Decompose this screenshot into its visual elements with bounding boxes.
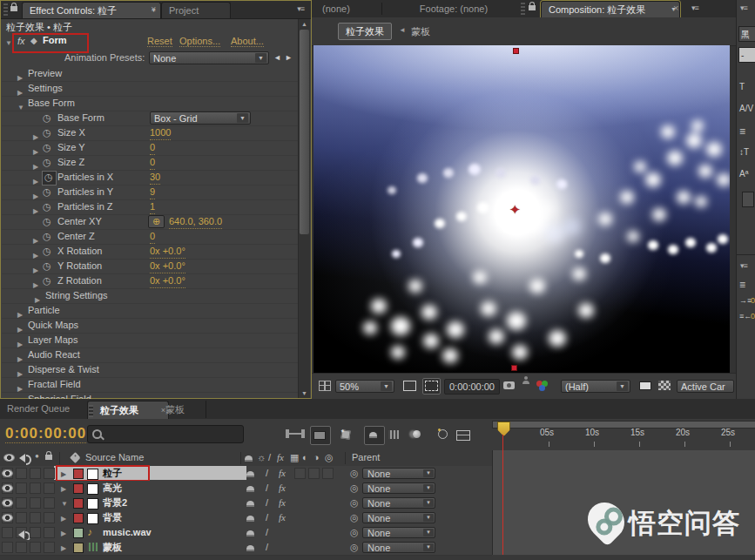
audio-column-icon[interactable] <box>19 454 25 462</box>
crosshair-icon[interactable]: ⊕ <box>148 215 165 228</box>
layer-name[interactable]: 背景2 <box>103 496 127 510</box>
stopwatch-icon[interactable]: ◷ <box>43 185 51 199</box>
parent-pickwhip-icon[interactable]: ◎ <box>350 527 359 538</box>
stopwatch-icon[interactable]: ◷ <box>43 125 51 140</box>
adjustment-header-icon[interactable]: ◑ <box>313 450 320 465</box>
fx-badge-icon[interactable]: fx <box>17 36 25 46</box>
char-panel-button[interactable] <box>742 192 754 207</box>
current-time-line[interactable] <box>502 450 503 555</box>
layer-visibility-icon[interactable] <box>2 469 13 477</box>
font-style-button[interactable]: - <box>738 47 755 63</box>
layer-shy-icon[interactable] <box>246 471 254 477</box>
draft-3d-icon[interactable] <box>338 426 357 443</box>
layer-anchor-point[interactable]: ✦ <box>509 202 521 218</box>
prop-value[interactable]: 0 <box>150 230 155 244</box>
switch-cell[interactable] <box>322 468 334 479</box>
composition-view[interactable]: ✦ <box>313 45 730 373</box>
layer-row-particle[interactable]: ▶ 粒子 / fx ◎ None ▼ <box>0 466 492 482</box>
lock-cell[interactable] <box>44 497 55 509</box>
solo-cell[interactable] <box>30 512 41 523</box>
magnification-dropdown[interactable]: 50% ▼ <box>335 380 394 393</box>
resolution-dropdown[interactable]: (Half) ▼ <box>561 380 630 393</box>
audio-cell[interactable] <box>16 542 27 553</box>
solo-cell[interactable] <box>30 527 41 538</box>
channel-rgb-icon[interactable] <box>536 381 550 393</box>
frame-blend-header-icon[interactable]: ▦ <box>290 450 299 465</box>
parent-header[interactable]: Parent <box>352 452 380 462</box>
prop-value[interactable]: 0x +0.0° <box>150 245 185 259</box>
search-input[interactable] <box>87 425 244 443</box>
layer-name[interactable]: 背景 <box>103 510 122 525</box>
prop-value[interactable]: 640.0, 360.0 <box>169 215 222 229</box>
frame-blend-icon[interactable] <box>388 426 408 443</box>
target-region-icon[interactable] <box>639 381 651 390</box>
layer-name[interactable]: 高光 <box>103 481 122 496</box>
shy-header-icon[interactable] <box>245 455 253 462</box>
group-row-quick-maps[interactable]: ▶ Quick Maps <box>2 318 299 334</box>
panel-grip-icon[interactable] <box>521 3 525 15</box>
prop-value[interactable]: 0x +0.0° <box>150 274 185 288</box>
group-row-disperse-twist[interactable]: ▶ Disperse & Twist <box>2 362 299 378</box>
parent-pickwhip-icon[interactable]: ◎ <box>350 468 359 479</box>
parent-dropdown[interactable]: None ▼ <box>362 482 435 494</box>
kerning-icon[interactable]: A/V <box>739 104 753 113</box>
panel-menu-icon[interactable]: ▾≡ <box>691 3 698 12</box>
layer-handle-top[interactable] <box>513 48 519 54</box>
line-height-icon[interactable]: ↕T <box>739 147 749 157</box>
layer-name[interactable]: music.wav <box>103 525 152 540</box>
base-form-dropdown[interactable]: Box - Grid ▼ <box>150 111 251 125</box>
audio-cell[interactable] <box>16 468 27 479</box>
video-cell[interactable] <box>2 542 13 553</box>
tab-render-queue[interactable]: Render Queue <box>7 403 70 414</box>
switch-cell[interactable] <box>294 468 306 479</box>
tab-project[interactable]: Project <box>161 2 231 18</box>
layer-fx-icon[interactable]: fx <box>279 510 286 525</box>
prop-value[interactable]: 9 <box>150 186 155 199</box>
layer-quality-icon[interactable]: / <box>266 481 268 496</box>
lock-cell[interactable] <box>44 542 55 553</box>
animation-presets-dropdown[interactable]: None ▼ <box>149 51 269 64</box>
stopwatch-icon[interactable]: ◷ <box>43 140 51 155</box>
reset-link[interactable]: Reset <box>147 36 172 47</box>
group-row-fractal-field[interactable]: ▶ Fractal Field <box>2 377 299 393</box>
solo-column-icon[interactable]: ● <box>35 452 39 460</box>
collapse-header-icon[interactable]: ☼ <box>257 450 266 465</box>
layer-handle-bottom[interactable] <box>511 365 517 371</box>
parent-dropdown[interactable]: None ▼ <box>362 542 435 553</box>
layer-quality-icon[interactable]: / <box>266 466 268 481</box>
paragraph-menu-icon[interactable]: ▾≡ <box>740 261 747 270</box>
solo-cell[interactable] <box>30 482 41 494</box>
video-column-icon[interactable] <box>3 454 15 462</box>
layer-twirl-icon[interactable]: ▶ <box>61 544 66 552</box>
layer-shy-icon[interactable] <box>246 501 254 507</box>
motion-blur-icon[interactable] <box>409 426 428 443</box>
tab-close-icon[interactable]: × <box>151 3 156 14</box>
lock-column-icon[interactable] <box>45 455 52 460</box>
layer-quality-icon[interactable]: / <box>266 510 268 525</box>
quality-header-icon[interactable]: / <box>268 450 271 465</box>
layer-fx-icon[interactable]: fx <box>279 496 286 510</box>
twirl-open-icon[interactable]: ▼ <box>5 39 12 47</box>
lock-cell[interactable] <box>44 512 55 523</box>
parent-dropdown[interactable]: None ▼ <box>362 512 435 523</box>
indent-left-value[interactable]: 0 <box>751 296 755 305</box>
stopwatch-icon[interactable]: ◷ <box>43 214 51 229</box>
scroll-up-icon[interactable]: ▲ <box>299 19 310 29</box>
video-cell[interactable] <box>2 527 13 538</box>
layer-fx-icon[interactable]: fx <box>279 481 286 496</box>
tab-none[interactable]: (none) <box>315 1 392 17</box>
current-timecode[interactable]: 0:00:00:00 <box>5 425 86 443</box>
layer-quality-icon[interactable]: / <box>266 525 268 540</box>
scroll-down-icon[interactable]: ▼ <box>299 388 310 398</box>
preset-next-icon[interactable]: ► <box>285 53 293 62</box>
tab-timeline-mask[interactable]: 蒙板 <box>165 403 185 416</box>
group-row-string-settings[interactable]: ▶ String Settings <box>2 288 299 304</box>
layer-visibility-icon[interactable] <box>2 499 13 507</box>
layer-shy-icon[interactable] <box>246 516 254 522</box>
lock-cell[interactable] <box>44 527 55 538</box>
stopwatch-icon[interactable]: ◷ <box>43 111 51 125</box>
roi-button[interactable] <box>422 378 441 395</box>
layer-row-music[interactable]: ▶ ♪ music.wav / ◎ None ▼ <box>0 525 492 541</box>
layer-row-background2[interactable]: ▼ 背景2 / fx ◎ None ▼ <box>0 496 492 511</box>
track-row[interactable] <box>492 466 755 482</box>
